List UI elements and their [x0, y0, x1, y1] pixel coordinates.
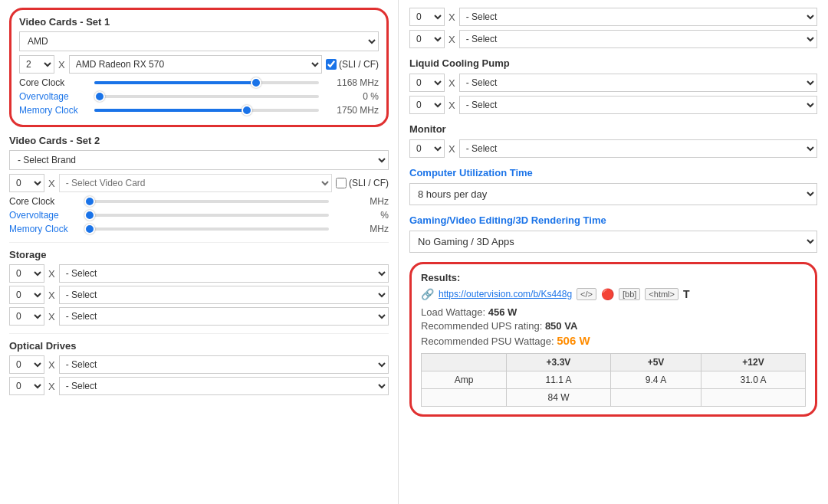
liquid-qty-0[interactable]: 01 — [409, 74, 445, 92]
amp-row: Amp 11.1 A 9.4 A 31.0 A — [422, 371, 806, 389]
storage-title: Storage — [9, 249, 389, 260]
storage-qty-2[interactable]: 01 — [9, 307, 44, 326]
liquid-cooling-section: Liquid Cooling Pump 01 X - Select 01 X -… — [409, 57, 817, 114]
sli-check-set1[interactable] — [326, 59, 337, 70]
memory-clock-thumb-set2[interactable] — [84, 224, 95, 234]
qty-select-set1[interactable]: 2 1 3 4 — [19, 55, 54, 74]
storage-select-0[interactable]: - Select — [59, 264, 389, 283]
core-clock-thumb-set1[interactable] — [251, 77, 261, 88]
html-icon-btn[interactable]: <html> — [645, 288, 678, 300]
watt-33v: 84 W — [507, 389, 611, 407]
monitor-select-0[interactable]: - Select — [459, 139, 817, 158]
watt-label — [422, 389, 507, 407]
results-label: Results: — [421, 272, 806, 283]
load-wattage-row: Load Wattage: 456 W — [421, 306, 806, 318]
top-row-0: 01 X - Select — [409, 8, 817, 26]
memory-clock-row-set1: Memory Clock 1750 MHz — [19, 105, 379, 116]
overvoltage-label-set2: Overvoltage — [9, 210, 78, 221]
ups-rating-row: Recommended UPS rating: 850 VA — [421, 320, 806, 332]
overvoltage-thumb-set2[interactable] — [84, 210, 95, 221]
x-label-set2: X — [48, 178, 55, 189]
card-model-select-set1[interactable]: AMD Radeon RX 570 — [69, 55, 322, 74]
ups-rating-value: 850 VA — [545, 320, 577, 332]
sli-label-set2: (SLI / CF) — [349, 178, 389, 188]
optical-qty-1[interactable]: 01 — [9, 377, 44, 395]
overvoltage-value-set2: % — [335, 210, 389, 221]
divider-optical — [9, 333, 389, 334]
overvoltage-track-set2[interactable] — [84, 214, 329, 217]
power-table-header-12v: +12V — [702, 354, 806, 371]
memory-clock-track-set1[interactable] — [94, 109, 319, 112]
watt-5v — [610, 389, 701, 407]
core-clock-label-set2: Core Clock — [9, 196, 78, 207]
top-select-0[interactable]: - Select — [459, 8, 817, 26]
memory-clock-track-set2[interactable] — [84, 227, 329, 231]
liquid-select-1[interactable]: - Select — [459, 96, 817, 114]
memory-clock-row-set2: Memory Clock MHz — [9, 224, 389, 234]
results-link[interactable]: https://outervision.com/b/Ks448g — [439, 289, 572, 299]
overvoltage-row-set1: Overvoltage 0 % — [19, 91, 379, 102]
top-rows-section: 01 X - Select 01 X - Select — [409, 8, 817, 48]
optical-qty-0[interactable]: 01 — [9, 355, 44, 374]
storage-qty-0[interactable]: 01 — [9, 264, 44, 283]
bb-icon-btn[interactable]: [bb] — [619, 288, 640, 300]
gaming-time-select[interactable]: No Gaming / 3D Apps 1 hour per day 2 hou… — [409, 231, 817, 253]
optical-row-1: 01 X - Select — [9, 377, 389, 395]
watt-12v — [702, 389, 806, 407]
storage-qty-1[interactable]: 01 — [9, 286, 44, 304]
results-link-row: 🔗 https://outervision.com/b/Ks448g </> 🔴… — [421, 288, 806, 300]
liquid-select-0[interactable]: - Select — [459, 74, 817, 92]
amp-5v: 9.4 A — [610, 371, 701, 389]
overvoltage-label-set1: Overvoltage — [19, 91, 88, 102]
monitor-row-0: 01 X - Select — [409, 139, 817, 158]
gaming-time-section: Gaming/Video Editing/3D Rendering Time N… — [409, 214, 817, 253]
psu-wattage-value: 506 W — [557, 334, 590, 347]
storage-row-0: 01 X - Select — [9, 264, 389, 283]
amp-label: Amp — [422, 371, 507, 389]
liquid-qty-1[interactable]: 01 — [409, 96, 445, 114]
top-qty-0[interactable]: 01 — [409, 8, 445, 26]
storage-select-2[interactable]: - Select — [59, 307, 389, 326]
sli-label-set1: (SLI / CF) — [339, 59, 379, 70]
core-clock-track-set2[interactable] — [84, 200, 329, 203]
ups-rating-label: Recommended UPS rating: — [421, 320, 542, 332]
power-table-header-33v: +3.3V — [507, 354, 611, 371]
core-clock-thumb-set2[interactable] — [84, 196, 95, 207]
sli-checkbox-set1[interactable]: (SLI / CF) — [326, 59, 379, 70]
power-table-header-row: +3.3V +5V +12V — [422, 354, 806, 371]
computer-utilization-title: Computer Utilization Time — [409, 167, 817, 178]
brand-select-set2[interactable]: - Select Brand AMD NVIDIA — [9, 150, 389, 170]
top-row-1: 01 X - Select — [409, 30, 817, 48]
computer-utilization-select[interactable]: 8 hours per day 4 hours per day 12 hours… — [409, 183, 817, 205]
storage-section: Storage 01 X - Select 01 X - Select 01 X… — [9, 249, 389, 326]
storage-row-1: 01 X - Select — [9, 286, 389, 304]
optical-select-1[interactable]: - Select — [59, 377, 389, 395]
link-icon: 🔗 — [421, 288, 434, 300]
card-select-row-set2: 0 1 2 X - Select Video Card (SLI / CF) — [9, 174, 389, 192]
overvoltage-thumb-set1[interactable] — [94, 91, 105, 102]
divider-storage — [9, 242, 389, 243]
psu-wattage-label: Recommended PSU Wattage: — [421, 335, 554, 347]
sli-check-set2[interactable] — [336, 178, 347, 188]
video-card-set2-section: Video Cards - Set 2 - Select Brand AMD N… — [9, 135, 389, 234]
storage-select-1[interactable]: - Select — [59, 286, 389, 304]
optical-row-0: 01 X - Select — [9, 355, 389, 374]
memory-clock-value-set2: MHz — [335, 224, 389, 234]
code-icon-btn[interactable]: </> — [577, 288, 596, 300]
top-select-1[interactable]: - Select — [459, 30, 817, 48]
monitor-qty-0[interactable]: 01 — [409, 139, 445, 158]
watt-row: 84 W — [422, 389, 806, 407]
core-clock-track-set1[interactable] — [94, 81, 319, 84]
liquid-row-0: 01 X - Select — [409, 74, 817, 92]
amp-33v: 11.1 A — [507, 371, 611, 389]
sli-checkbox-set2[interactable]: (SLI / CF) — [336, 178, 389, 188]
overvoltage-track-set1[interactable] — [94, 95, 319, 98]
psu-wattage-row: Recommended PSU Wattage: 506 W — [421, 334, 806, 347]
qty-select-set2[interactable]: 0 1 2 — [9, 174, 44, 192]
memory-clock-thumb-set1[interactable] — [242, 105, 252, 116]
optical-drives-title: Optical Drives — [9, 340, 389, 352]
optical-select-0[interactable]: - Select — [59, 355, 389, 374]
top-qty-1[interactable]: 01 — [409, 30, 445, 48]
brand-select-set1[interactable]: AMD NVIDIA — [19, 31, 379, 51]
card-model-select-set2[interactable]: - Select Video Card — [59, 174, 332, 192]
